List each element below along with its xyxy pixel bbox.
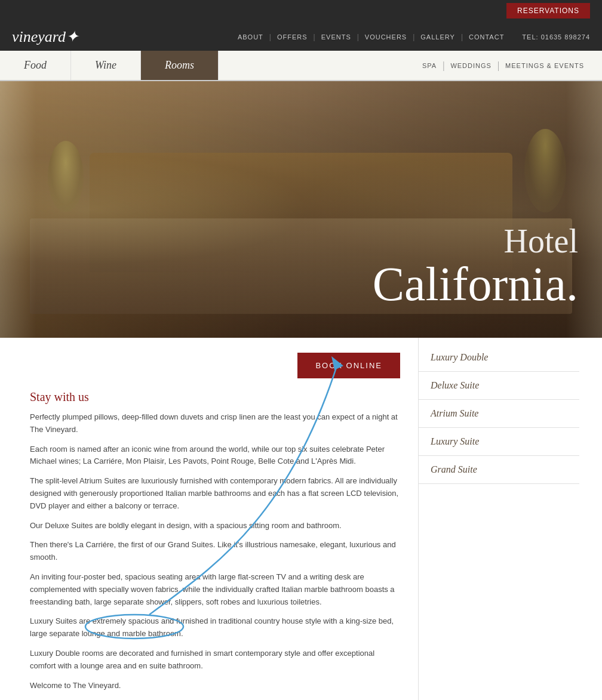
hero-image: Hotel California. xyxy=(0,81,602,338)
hero-title: Hotel California. xyxy=(373,222,578,308)
nav-gallery[interactable]: GALLERY xyxy=(414,33,461,41)
para-5: Then there's La Carriére, the first of o… xyxy=(30,539,400,564)
tab-rooms[interactable]: Rooms xyxy=(141,51,219,80)
room-luxury-suite[interactable]: Luxury Suite xyxy=(419,428,579,456)
main-content: BOOK ONLINE Stay with us Perfectly plump… xyxy=(0,338,602,700)
room-luxury-double[interactable]: Luxury Double xyxy=(419,344,579,372)
para-2: Each room is named after an iconic wine … xyxy=(30,443,400,468)
nav-contact[interactable]: CONTACT xyxy=(463,33,510,41)
para-6: An inviting four-poster bed, spacious se… xyxy=(30,571,400,608)
nav-offers[interactable]: OFFERS xyxy=(271,33,314,41)
nav-vouchers[interactable]: VOUCHERS xyxy=(359,33,413,41)
room-atrium-suite[interactable]: Atrium Suite xyxy=(419,400,579,428)
logo[interactable]: vineyard✦ xyxy=(12,27,79,46)
subnav-meetings[interactable]: MEETINGS & EVENTS xyxy=(499,62,590,69)
room-deluxe-suite[interactable]: Deluxe Suite xyxy=(419,372,579,400)
room-grand-suite[interactable]: Grand Suite xyxy=(419,456,579,484)
room-list: Luxury Double Deluxe Suite Atrium Suite … xyxy=(418,338,579,700)
para-3: The split-level Atrium Suites are luxuri… xyxy=(30,475,400,512)
para-8: Luxury Double rooms are decorated and fu… xyxy=(30,647,400,673)
sub-nav-tabs: Food Wine Rooms xyxy=(0,51,416,80)
header-tel: TEL: 01635 898274 xyxy=(522,33,590,41)
stay-with-us-title: Stay with us xyxy=(30,390,400,404)
reservations-button[interactable]: RESERVATIONS xyxy=(506,3,590,18)
para-1: Perfectly plumped pillows, deep-filled d… xyxy=(30,411,400,436)
nav-events[interactable]: EVENTS xyxy=(315,33,357,41)
sub-navigation: Food Wine Rooms SPA | WEDDINGS | MEETING… xyxy=(0,51,602,81)
tab-wine[interactable]: Wine xyxy=(71,51,141,80)
para-7: Luxury Suites are extremely spacious and… xyxy=(30,615,400,640)
tab-food[interactable]: Food xyxy=(0,51,71,80)
logo-leaf-icon: ✦ xyxy=(66,28,79,45)
top-bar: RESERVATIONS xyxy=(0,0,602,21)
sub-nav-right: SPA | WEDDINGS | MEETINGS & EVENTS xyxy=(416,51,602,80)
subnav-weddings[interactable]: WEDDINGS xyxy=(444,62,497,69)
para-9: Welcome to The Vineyard. xyxy=(30,680,400,692)
hero-hotel-text: Hotel xyxy=(373,222,578,260)
hero-california-text: California. xyxy=(373,260,578,308)
subnav-spa[interactable]: SPA xyxy=(416,62,443,69)
content-left: BOOK ONLINE Stay with us Perfectly plump… xyxy=(0,338,418,700)
header: vineyard✦ ABOUT | OFFERS | EVENTS | VOUC… xyxy=(0,21,602,51)
book-online-button[interactable]: BOOK ONLINE xyxy=(297,353,400,378)
nav-about[interactable]: ABOUT xyxy=(232,33,269,41)
para-4: Our Deluxe Suites are boldly elegant in … xyxy=(30,520,400,532)
main-navigation: ABOUT | OFFERS | EVENTS | VOUCHERS | GAL… xyxy=(232,33,590,41)
